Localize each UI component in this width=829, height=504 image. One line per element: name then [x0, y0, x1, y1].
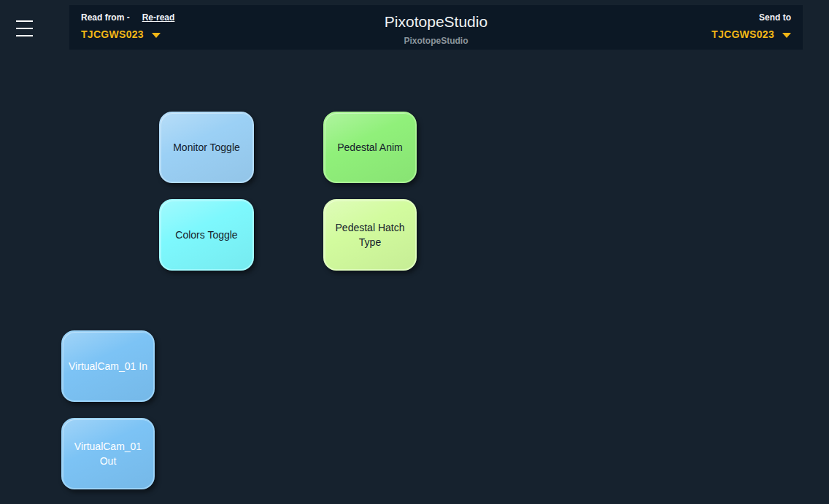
button-label: Monitor Toggle	[173, 140, 240, 155]
button-label: Pedestal Hatch Type	[331, 220, 409, 250]
chevron-down-icon	[782, 33, 791, 38]
button-label: Colors Toggle	[175, 228, 237, 242]
read-from-device-dropdown[interactable]: TJCGWS023	[81, 28, 174, 40]
pedestal-hatch-type-button[interactable]: Pedestal Hatch Type	[323, 199, 417, 271]
page-title: PixotopeStudio	[385, 13, 487, 31]
button-label: VirtualCam_01 In	[69, 359, 147, 373]
button-label: Pedestal Anim	[337, 140, 403, 155]
send-to-device-dropdown[interactable]: TJCGWS023	[712, 28, 791, 40]
header-bar: Read from - Re-read TJCGWS023 PixotopeSt…	[69, 5, 803, 50]
menu-button[interactable]	[16, 20, 33, 36]
monitor-toggle-button[interactable]: Monitor Toggle	[159, 112, 254, 183]
send-to-device-value: TJCGWS023	[712, 28, 774, 40]
colors-toggle-button[interactable]: Colors Toggle	[159, 199, 254, 271]
chevron-down-icon	[152, 33, 161, 38]
send-to-label: Send to	[759, 12, 791, 23]
pedestal-anim-button[interactable]: Pedestal Anim	[323, 112, 417, 183]
page-subtitle: PixotopeStudio	[385, 36, 487, 46]
header-title-section: PixotopeStudio PixotopeStudio	[385, 13, 487, 46]
read-from-device-value: TJCGWS023	[81, 28, 144, 40]
read-from-section: Read from - Re-read TJCGWS023	[81, 12, 174, 40]
reread-link[interactable]: Re-read	[142, 12, 175, 23]
virtualcam-01-in-button[interactable]: VirtualCam_01 In	[61, 330, 155, 402]
hamburger-icon	[16, 20, 33, 36]
button-label: VirtualCam_01 Out	[69, 439, 147, 469]
virtualcam-01-out-button[interactable]: VirtualCam_01 Out	[61, 418, 155, 489]
send-to-section: Send to TJCGWS023	[712, 12, 791, 40]
read-from-label: Read from -	[81, 12, 130, 23]
